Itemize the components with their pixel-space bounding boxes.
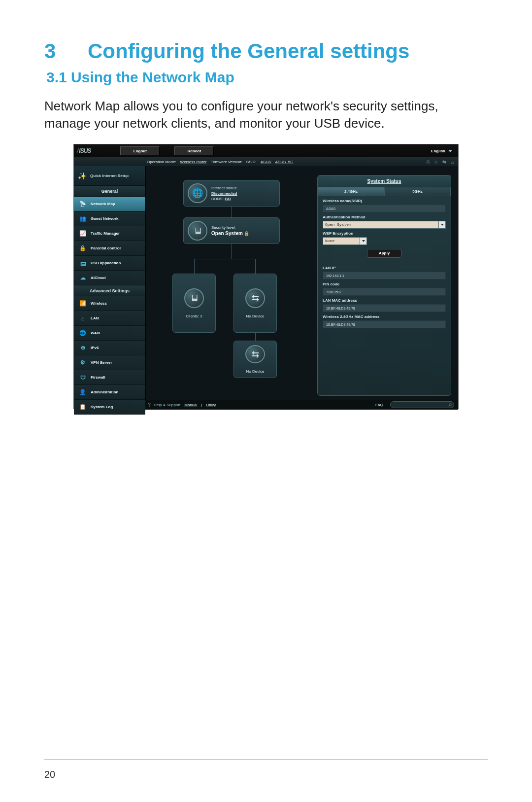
home-icon: ⌂ — [79, 315, 87, 321]
nav-wan[interactable]: 🌐 WAN — [74, 326, 145, 341]
auth-select[interactable]: Open System — [323, 221, 446, 229]
security-label: Security level: — [211, 225, 236, 230]
nav-traffic-manager[interactable]: 📈 Traffic Manager — [74, 226, 145, 241]
dropdown-triangle-icon — [448, 150, 452, 152]
nav-ipv6[interactable]: ⊕ IPv6 — [74, 341, 145, 355]
page-number: 20 — [44, 769, 55, 780]
auth-label: Authentication Method — [318, 212, 451, 221]
wand-icon: ✨ — [78, 172, 86, 180]
internet-card[interactable]: 🌐 Internet status: Disconnected DDNS: GO — [183, 180, 280, 207]
ddns-link[interactable]: GO — [225, 197, 231, 201]
dropdown-arrow-icon — [438, 221, 445, 228]
nav-lan[interactable]: ⌂ LAN — [74, 311, 145, 326]
network-map-area: 🌐 Internet status: Disconnected DDNS: GO… — [153, 175, 309, 396]
apply-button[interactable]: Apply — [367, 249, 401, 258]
nav-label: AiCloud — [91, 276, 106, 280]
ssid-label: Wireless name(SSID) — [318, 196, 451, 205]
wep-select[interactable]: None — [323, 237, 367, 245]
wifi-icon: 📶 — [79, 300, 87, 307]
chapter-number: 3 — [44, 39, 88, 63]
language-label: English — [431, 149, 445, 153]
ssid-input[interactable]: ASUS — [323, 205, 446, 212]
nav-label: Wireless — [91, 301, 107, 306]
utility-link[interactable]: Utility — [206, 403, 216, 407]
tab-5ghz[interactable]: 5GHz — [384, 187, 451, 196]
status-icon-1[interactable]: ⎙ — [427, 159, 430, 165]
usb-status-icon[interactable]: ⇆ — [442, 159, 446, 165]
nav-guest-network[interactable]: 👥 Guest Network — [74, 211, 145, 226]
clients-icon: 🖥 — [184, 288, 204, 308]
chapter-title: 3 Configuring the General settings — [44, 39, 488, 63]
vpn-icon: ⚙ — [79, 359, 87, 366]
globe-icon: 🌐 — [79, 330, 87, 336]
nav-admin[interactable]: 👤 Administration — [74, 385, 145, 400]
ssid-value-1[interactable]: ASUS — [261, 160, 271, 164]
chapter-title-text: Configuring the General settings — [88, 39, 409, 63]
router-icon: 🖥 — [188, 221, 207, 241]
wep-label: WEP Encryption — [318, 229, 451, 237]
nav-syslog[interactable]: 📋 System Log — [74, 400, 145, 415]
body-paragraph: Network Map allows you to configure your… — [44, 98, 488, 132]
nav-firewall[interactable]: 🛡 Firewall — [74, 370, 145, 385]
nav-network-map[interactable]: 📡 Network Map — [74, 197, 145, 211]
guest-icon: 👥 — [79, 215, 87, 222]
nav-label: Guest Network — [91, 216, 118, 221]
language-selector[interactable]: English — [431, 149, 452, 153]
network-map-icon: 📡 — [79, 201, 87, 207]
nav-label: Firewall — [91, 375, 105, 380]
help-support: ❓ Help & Support — [147, 403, 180, 407]
internet-status-label: Internet status: — [211, 186, 237, 190]
info-row: Operation Mode: Wireless router Firmware… — [74, 157, 458, 166]
sidebar: ✨ Quick Internet Setup General 📡 Network… — [74, 166, 146, 400]
op-mode-label: Operation Mode: — [147, 160, 176, 164]
cloud-icon: ☁ — [79, 275, 87, 281]
logout-button[interactable]: Logout — [120, 146, 160, 155]
op-mode-value[interactable]: Wireless router — [180, 160, 207, 164]
lan-mac-label: LAN MAC address — [318, 296, 451, 304]
manual-link[interactable]: Manual — [184, 403, 197, 407]
qis-label: Quick Internet Setup — [90, 174, 129, 178]
clients-label: Clients: — [186, 314, 199, 318]
usb-icon: ⇆ — [245, 288, 265, 308]
fw-label: Firmware Version: — [210, 160, 242, 164]
admin-icon: 👤 — [79, 389, 87, 395]
internet-status-value: Disconnected — [211, 191, 237, 196]
general-header: General — [74, 186, 145, 197]
clients-card[interactable]: 🖥 Clients: 3 — [172, 274, 216, 333]
nav-label: Parental control — [91, 246, 121, 250]
nav-label: VPN Server — [91, 360, 112, 365]
system-status-panel: System Status 2.4GHz 5GHz Wireless name(… — [317, 175, 451, 396]
separator: | — [201, 403, 202, 407]
nav-usb-app[interactable]: 🖴 USB application — [74, 256, 145, 271]
help-label: Help & Support — [154, 403, 180, 407]
nav-aicloud[interactable]: ☁ AiCloud — [74, 271, 145, 285]
section-title: 3.1 Using the Network Map — [46, 69, 488, 86]
lan-mac-value: 10:BF:48:D8:49:78 — [323, 304, 446, 312]
ssid-label: SSID: — [246, 160, 257, 164]
auth-value: Open System — [323, 221, 438, 228]
reboot-button[interactable]: Reboot — [174, 146, 214, 155]
page-rule — [44, 759, 488, 760]
usb-card-1[interactable]: ⇆ No Device — [233, 274, 277, 333]
storage-status-icon[interactable]: ⌂ — [451, 159, 454, 165]
nav-label: IPv6 — [91, 346, 99, 350]
usb-card-2[interactable]: ⇆ No Device — [233, 341, 277, 378]
ssid-value-2[interactable]: ASUS_5G — [275, 160, 294, 164]
traffic-icon: 📈 — [79, 230, 87, 237]
advanced-header: Advanced Settings — [74, 285, 145, 296]
w24-mac-label: Wireless 2.4GHz MAC address — [318, 312, 451, 320]
quick-internet-setup[interactable]: ✨ Quick Internet Setup — [74, 166, 145, 186]
faq-search[interactable] — [390, 401, 454, 408]
nav-label: Network Map — [91, 202, 115, 206]
nav-vpn[interactable]: ⚙ VPN Server — [74, 355, 145, 370]
clients-count: 3 — [200, 314, 202, 318]
nav-label: Traffic Manager — [91, 231, 120, 236]
tab-24ghz[interactable]: 2.4GHz — [318, 187, 384, 196]
nav-label: WAN — [91, 331, 100, 335]
router-ui-screenshot: /ISUS Logout Reboot English Operation Mo… — [73, 144, 459, 409]
globe-icon: 🌐 — [188, 183, 207, 203]
router-card[interactable]: 🖥 Security level: Open System 🔓 — [183, 217, 280, 244]
nav-parental[interactable]: 🔒 Parental control — [74, 241, 145, 256]
status-icon-2[interactable]: ⎌ — [434, 159, 437, 165]
nav-wireless[interactable]: 📶 Wireless — [74, 296, 145, 311]
